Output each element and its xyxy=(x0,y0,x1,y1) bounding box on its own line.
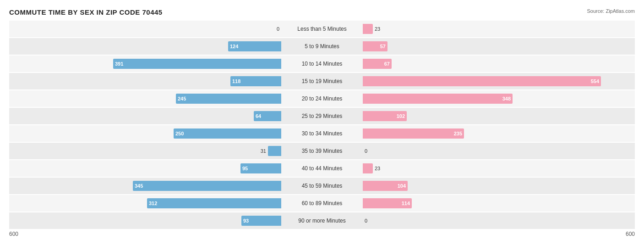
male-value: 245 xyxy=(178,96,186,101)
left-section: 312 xyxy=(9,195,283,212)
male-value: 250 xyxy=(175,131,184,136)
chart-rows-area: 0 Less than 5 Minutes 23 124 5 to 9 Minu… xyxy=(9,21,635,229)
male-value: 95 xyxy=(242,166,248,171)
table-row: 0 Less than 5 Minutes 23 xyxy=(9,21,635,37)
row-label: 90 or more Minutes xyxy=(283,218,361,224)
axis-right: 600 xyxy=(361,231,635,237)
table-row: 118 15 to 19 Minutes 554 xyxy=(9,73,635,89)
right-section: 235 xyxy=(361,125,635,142)
female-value: 235 xyxy=(454,131,462,136)
male-value: 312 xyxy=(149,201,157,206)
table-row: 345 45 to 59 Minutes 104 xyxy=(9,178,635,194)
male-value: 118 xyxy=(232,78,240,84)
left-section: 31 xyxy=(9,143,283,159)
left-section: 345 xyxy=(9,178,283,194)
table-row: 124 5 to 9 Minutes 57 xyxy=(9,38,635,55)
right-section: 67 xyxy=(361,56,635,72)
female-value: 104 xyxy=(398,183,406,189)
chart-title: COMMUTE TIME BY SEX IN ZIP CODE 70445 xyxy=(9,8,635,16)
female-value: 554 xyxy=(591,78,599,84)
right-section: 23 xyxy=(361,21,635,37)
source-label: Source: ZipAtlas.com xyxy=(587,8,635,14)
table-row: 31 35 to 39 Minutes 0 xyxy=(9,143,635,159)
female-value: 57 xyxy=(380,44,386,49)
right-section: 554 xyxy=(361,73,635,89)
right-section: 0 xyxy=(361,212,635,229)
left-section: 245 xyxy=(9,90,283,107)
right-section: 114 xyxy=(361,195,635,212)
row-label: Less than 5 Minutes xyxy=(283,26,361,32)
right-section: 348 xyxy=(361,90,635,107)
row-label: 40 to 44 Minutes xyxy=(283,165,361,172)
row-label: 60 to 89 Minutes xyxy=(283,200,361,207)
table-row: 64 25 to 29 Minutes 102 xyxy=(9,108,635,124)
female-value: 23 xyxy=(375,26,387,32)
male-value: 64 xyxy=(256,113,261,119)
table-row: 95 40 to 44 Minutes 23 xyxy=(9,160,635,177)
right-section: 102 xyxy=(361,108,635,124)
row-label: 10 to 14 Minutes xyxy=(283,61,361,67)
male-value: 31 xyxy=(253,148,266,154)
female-value: 0 xyxy=(365,218,377,223)
female-value: 23 xyxy=(375,166,387,171)
row-label: 15 to 19 Minutes xyxy=(283,78,361,84)
right-section: 0 xyxy=(361,143,635,159)
axis-left: 600 xyxy=(9,231,283,237)
table-row: 245 20 to 24 Minutes 348 xyxy=(9,90,635,107)
row-label: 20 to 24 Minutes xyxy=(283,95,361,102)
left-section: 93 xyxy=(9,212,283,229)
male-value: 391 xyxy=(115,61,123,67)
female-value: 348 xyxy=(502,96,511,101)
male-value: 124 xyxy=(230,44,238,49)
male-value: 345 xyxy=(135,183,143,189)
left-section: 391 xyxy=(9,56,283,72)
row-label: 30 to 34 Minutes xyxy=(283,130,361,137)
left-section: 64 xyxy=(9,108,283,124)
left-section: 124 xyxy=(9,38,283,55)
female-value: 114 xyxy=(402,201,410,206)
table-row: 391 10 to 14 Minutes 67 xyxy=(9,56,635,72)
right-section: 104 xyxy=(361,178,635,194)
right-section: 23 xyxy=(361,160,635,177)
male-value: 93 xyxy=(243,218,249,223)
left-section: 250 xyxy=(9,125,283,142)
row-label: 5 to 9 Minutes xyxy=(283,43,361,50)
chart-container: COMMUTE TIME BY SEX IN ZIP CODE 70445 So… xyxy=(0,0,644,240)
left-section: 118 xyxy=(9,73,283,89)
axis-row: 600 600 xyxy=(9,231,635,237)
female-value: 0 xyxy=(365,148,377,154)
female-value: 67 xyxy=(384,61,390,67)
row-label: 45 to 59 Minutes xyxy=(283,183,361,189)
table-row: 93 90 or more Minutes 0 xyxy=(9,212,635,229)
left-section: 0 xyxy=(9,21,283,37)
left-section: 95 xyxy=(9,160,283,177)
table-row: 312 60 to 89 Minutes 114 xyxy=(9,195,635,212)
row-label: 25 to 29 Minutes xyxy=(283,113,361,119)
male-value: 0 xyxy=(267,26,279,32)
right-section: 57 xyxy=(361,38,635,55)
row-label: 35 to 39 Minutes xyxy=(283,148,361,154)
female-value: 102 xyxy=(397,113,405,119)
table-row: 250 30 to 34 Minutes 235 xyxy=(9,125,635,142)
